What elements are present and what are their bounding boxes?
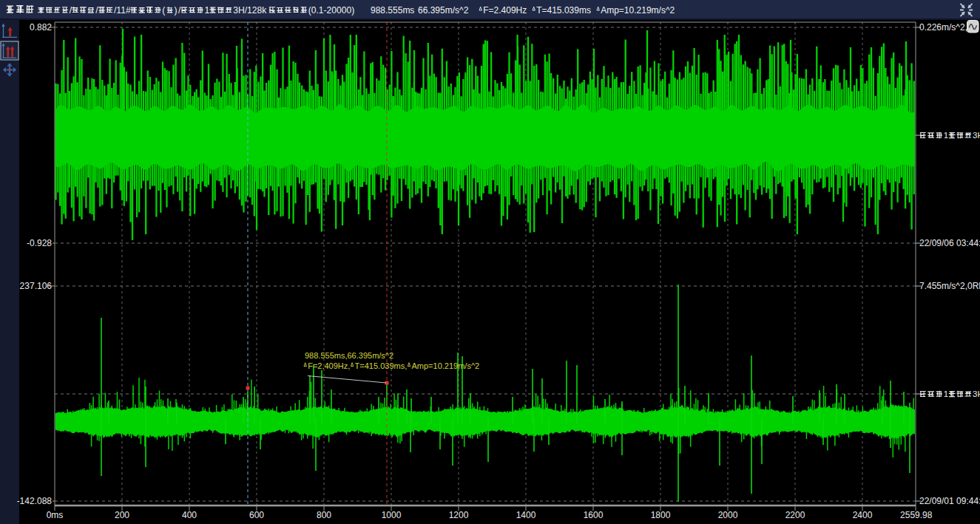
svg-text:400: 400: [182, 510, 197, 520]
svg-text:/11#: /11#: [114, 5, 131, 16]
svg-text:1000: 1000: [382, 510, 402, 520]
svg-text:3H/128k: 3H/128k: [233, 5, 267, 16]
svg-text:F=2.409Hz,: F=2.409Hz,: [308, 361, 350, 370]
svg-text:0.882: 0.882: [30, 22, 52, 33]
svg-text:): ): [175, 5, 178, 16]
svg-text:22/09/06 03:44:2: 22/09/06 03:44:2: [919, 238, 980, 248]
svg-text:T=415.039ms: T=415.039ms: [536, 5, 591, 16]
svg-text:66.395m/s^2: 66.395m/s^2: [418, 5, 469, 16]
svg-text:(0.1-20000): (0.1-20000): [308, 5, 355, 16]
svg-text:3H: 3H: [973, 389, 980, 398]
svg-text:2559.98: 2559.98: [900, 510, 933, 520]
svg-text:237.106: 237.106: [20, 281, 53, 291]
svg-text:-0.928: -0.928: [27, 238, 52, 248]
svg-text:2000: 2000: [718, 510, 738, 520]
svg-text:1800: 1800: [651, 510, 671, 520]
svg-text:22/09/01 09:44:2: 22/09/01 09:44:2: [919, 496, 980, 506]
svg-text:600: 600: [249, 510, 264, 520]
svg-text:1: 1: [944, 131, 948, 140]
svg-text:0ms: 0ms: [47, 510, 64, 520]
svg-text:988.555ms: 988.555ms: [371, 5, 414, 16]
svg-text:0.226m/s^2,0: 0.226m/s^2,0: [919, 22, 973, 33]
svg-text:800: 800: [317, 510, 331, 520]
svg-text:1600: 1600: [584, 510, 604, 520]
svg-text:-142.088: -142.088: [17, 496, 53, 506]
svg-text:F=2.409Hz: F=2.409Hz: [483, 5, 527, 16]
svg-text:988.555ms,66.395m/s^2: 988.555ms,66.395m/s^2: [305, 351, 393, 360]
svg-text:1: 1: [944, 389, 948, 398]
svg-text:1200: 1200: [449, 510, 469, 520]
svg-text:Amp=10.219m/s^2: Amp=10.219m/s^2: [412, 361, 480, 370]
svg-text:1: 1: [204, 5, 209, 16]
svg-text:7.455m/s^2,0RPM: 7.455m/s^2,0RPM: [919, 281, 980, 291]
svg-text:T=415.039ms,: T=415.039ms,: [355, 361, 408, 370]
svg-text:3H: 3H: [973, 131, 980, 140]
svg-text:Amp=10.219m/s^2: Amp=10.219m/s^2: [601, 5, 675, 16]
svg-text:2200: 2200: [785, 510, 805, 520]
svg-text:2400: 2400: [853, 510, 873, 520]
svg-text:(: (: [162, 5, 165, 16]
svg-text:1400: 1400: [516, 510, 536, 520]
svg-text:200: 200: [115, 510, 129, 520]
